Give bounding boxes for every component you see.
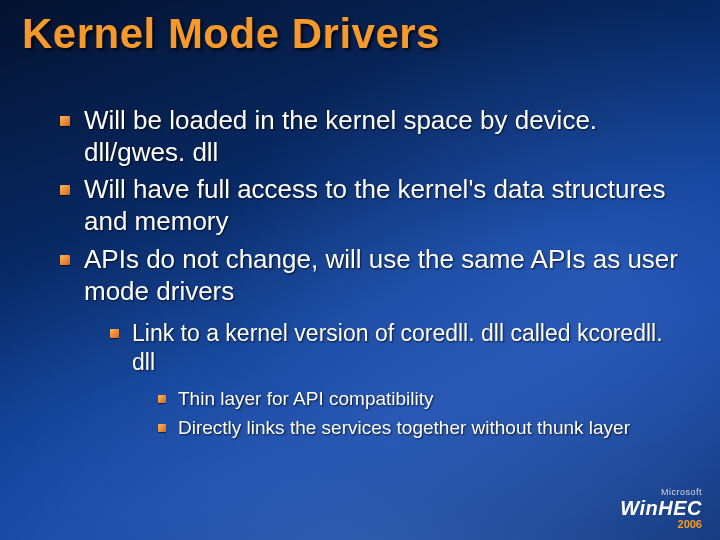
bullet-list-level1: Will be loaded in the kernel space by de… [60, 105, 680, 440]
list-item: Will be loaded in the kernel space by de… [60, 105, 680, 168]
bullet-text: Thin layer for API compatibility [178, 388, 434, 409]
logo-company: Microsoft [620, 488, 702, 497]
bullet-text: Link to a kernel version of coredll. dll… [132, 320, 663, 375]
list-item: Will have full access to the kernel's da… [60, 174, 680, 237]
bullet-text: Directly links the services together wit… [178, 417, 630, 438]
slide-title: Kernel Mode Drivers [22, 10, 440, 58]
slide: Kernel Mode Drivers Will be loaded in th… [0, 0, 720, 540]
bullet-list-level2: Link to a kernel version of coredll. dll… [110, 319, 680, 440]
list-item: Thin layer for API compatibility [158, 387, 680, 411]
list-item: Directly links the services together wit… [158, 416, 680, 440]
bullet-text: APIs do not change, will use the same AP… [84, 244, 678, 306]
winhec-logo: Microsoft WinHEC 2006 [620, 488, 702, 530]
bullet-text: Will have full access to the kernel's da… [84, 174, 666, 236]
list-item: APIs do not change, will use the same AP… [60, 244, 680, 441]
logo-product: WinHEC [620, 497, 702, 519]
logo-product-text: WinHEC [620, 497, 702, 519]
list-item: Link to a kernel version of coredll. dll… [110, 319, 680, 440]
logo-year: 2006 [620, 519, 702, 530]
bullet-text: Will be loaded in the kernel space by de… [84, 105, 597, 167]
bullet-list-level3: Thin layer for API compatibility Directl… [158, 387, 680, 441]
slide-content: Will be loaded in the kernel space by de… [60, 105, 680, 446]
